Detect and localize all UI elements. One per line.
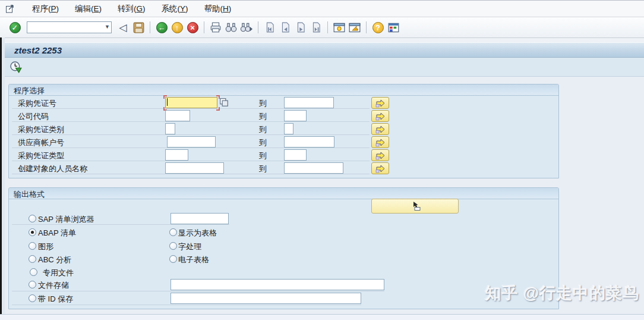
radio-file-store[interactable]	[29, 281, 36, 288]
text-caret	[167, 98, 168, 106]
zhihu-watermark: 知乎 @行走中的菜鸟	[485, 283, 639, 304]
window-left-margin	[2, 37, 5, 320]
new-session-window-icon	[333, 23, 345, 33]
radio-label-sap-list-viewer: SAP 清单浏览器	[38, 214, 94, 225]
radio-save-with-id[interactable]	[29, 294, 36, 302]
radio-private-file[interactable]	[30, 268, 37, 276]
enter-button[interactable]: ✓	[8, 20, 22, 34]
purchasing-doc-number-to-input[interactable]	[284, 97, 334, 108]
menu-program[interactable]: 程序(P)	[32, 4, 59, 14]
cursor-selection-icon	[408, 201, 422, 211]
menu-edit[interactable]: 编辑(E)	[75, 4, 102, 14]
to-label: 到	[259, 164, 267, 174]
previous-page-icon	[280, 22, 291, 33]
radio-word-processing[interactable]	[169, 242, 177, 250]
exit-button[interactable]: ↑	[170, 20, 184, 34]
doc-category-to-input[interactable]	[284, 123, 293, 134]
field-label-company-code: 公司代码	[18, 111, 49, 122]
standard-toolbar: ✓ ▼ ◁ ← ↑ ×	[0, 17, 644, 38]
title-gap-strip	[0, 38, 644, 42]
menu-system[interactable]: 系统(Y)	[162, 4, 188, 14]
save-floppy-icon	[133, 22, 144, 33]
radio-label-display-as-table: 显示为表格	[178, 228, 217, 239]
menu-goto[interactable]: 转到(G)	[118, 4, 146, 14]
next-page-icon	[296, 22, 306, 33]
company-code-to-input[interactable]	[284, 110, 307, 121]
multiselect-button[interactable]	[371, 136, 389, 148]
created-by-input[interactable]	[165, 162, 224, 174]
find-button[interactable]	[224, 20, 238, 34]
field-label-purchasing-doc-number: 采购凭证号	[18, 98, 56, 109]
company-code-input[interactable]	[165, 110, 190, 121]
enter-check-icon: ✓	[10, 22, 21, 33]
doc-type-input[interactable]	[165, 149, 188, 161]
create-shortcut-button[interactable]	[348, 20, 362, 34]
row-guide	[12, 134, 370, 135]
menu-bar: 程序(P) 编辑(E) 转到(G) 系统(Y) 帮助(H)	[0, 1, 644, 17]
print-button[interactable]	[209, 20, 223, 34]
multiselect-button[interactable]	[371, 97, 389, 109]
selection-group-title: 程序选择	[9, 84, 558, 96]
command-dropdown-icon[interactable]: ▼	[105, 24, 110, 30]
multiselect-button[interactable]	[371, 123, 389, 135]
new-session-button[interactable]	[332, 20, 346, 34]
help-question-icon: ?	[372, 22, 384, 33]
radio-sap-list-viewer[interactable]	[29, 215, 36, 222]
sap-list-viewer-variant-input[interactable]	[171, 213, 229, 224]
radio-label-abc-analysis: ABC 分析	[38, 255, 71, 265]
file-store-path-input[interactable]	[171, 279, 384, 290]
first-page-icon	[265, 22, 275, 33]
screen-title-bar: ztest2 2253	[0, 42, 644, 58]
row-guide	[12, 291, 384, 291]
cancel-button[interactable]: ×	[185, 20, 200, 34]
save-button[interactable]	[131, 20, 146, 34]
created-by-to-input[interactable]	[284, 162, 343, 174]
purchasing-doc-number-input[interactable]	[165, 97, 217, 108]
last-page-button[interactable]	[309, 20, 323, 34]
radio-spreadsheet[interactable]	[169, 255, 177, 263]
focus-corner	[163, 95, 167, 99]
multiselect-button[interactable]	[371, 162, 389, 174]
find-next-button[interactable]	[239, 20, 254, 34]
execute-button[interactable]	[8, 60, 23, 74]
control-menu-icon[interactable]	[5, 4, 16, 14]
multiselect-arrow-icon	[374, 125, 386, 134]
back-button[interactable]: ◁	[116, 20, 130, 34]
back-triangle-icon: ◁	[119, 21, 127, 34]
radio-label-graphics: 图形	[38, 241, 53, 252]
multiselect-button[interactable]	[371, 149, 389, 161]
customize-layout-button[interactable]	[386, 20, 400, 34]
first-page-button[interactable]	[263, 20, 277, 34]
save-with-id-input[interactable]	[171, 293, 361, 304]
back-arrow-icon: ←	[156, 22, 168, 33]
to-label: 到	[259, 98, 267, 109]
radio-label-abap-list: ABAP 清单	[38, 228, 76, 239]
radio-label-private-file: 专用文件	[43, 268, 74, 278]
row-guide	[12, 161, 370, 161]
command-field[interactable]	[27, 21, 112, 33]
selection-cursor-button[interactable]	[371, 199, 459, 214]
radio-abap-list[interactable]	[29, 228, 36, 236]
binoculars-next-icon	[241, 23, 252, 32]
radio-graphics[interactable]	[29, 242, 36, 250]
radio-display-as-table[interactable]	[169, 228, 177, 236]
radio-abc-analysis[interactable]	[29, 255, 36, 263]
multiselect-arrow-icon	[374, 151, 386, 160]
last-page-icon	[311, 22, 321, 33]
vendor-account-to-input[interactable]	[284, 136, 334, 148]
radio-label-spreadsheet: 电子表格	[178, 255, 209, 265]
previous-page-button[interactable]	[278, 20, 292, 34]
vendor-account-input[interactable]	[167, 136, 216, 148]
row-guide	[12, 121, 370, 122]
multiselect-arrow-icon	[374, 112, 386, 121]
help-button[interactable]: ?	[371, 20, 385, 34]
value-help-icon[interactable]	[219, 98, 229, 107]
field-label-vendor-account: 供应商帐户号	[18, 137, 64, 148]
next-page-button[interactable]	[293, 20, 308, 34]
doc-type-to-input[interactable]	[284, 149, 307, 161]
multiselect-button[interactable]	[371, 110, 389, 122]
doc-category-input[interactable]	[165, 123, 175, 134]
field-label-doc-category: 采购凭证类别	[18, 124, 64, 135]
nav-back-button[interactable]: ←	[154, 20, 169, 34]
menu-help[interactable]: 帮助(H)	[204, 4, 232, 14]
